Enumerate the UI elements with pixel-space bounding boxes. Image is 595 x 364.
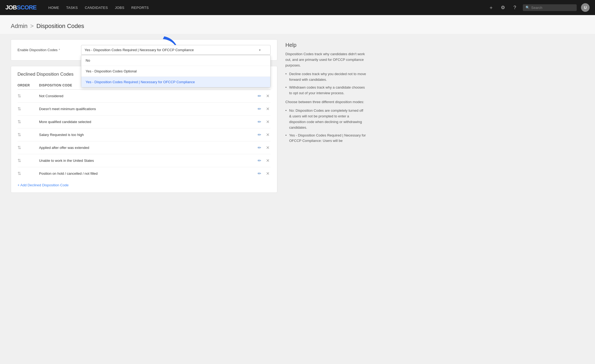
edit-button-3[interactable]: ✏ [257,132,262,138]
delete-button-6[interactable]: ✕ [265,170,271,177]
breadcrumb-admin[interactable]: Admin [11,23,27,30]
settings-icon[interactable]: ⚙ [499,4,507,11]
breadcrumb-section: Admin > Disposition Codes [0,15,595,34]
table-body: ⇅ Not Considered ✏ ✕ ⇅ Doesn't meet mini… [18,90,271,180]
help-panel: Help Disposition Codes track why candida… [285,39,366,193]
select-display[interactable]: Yes - Disposition Codes Required | Neces… [81,45,271,55]
disposition-code-0: Not Considered [39,94,249,98]
breadcrumb: Admin > Disposition Codes [11,23,584,30]
breadcrumb-current: Disposition Codes [36,23,84,30]
help-mode-item: Yes - Disposition Codes Required | Neces… [285,133,366,144]
nav-icons: ＋ ⚙ ? 🔍 U [487,3,590,12]
disposition-code-2: More qualified candidate selected [39,120,249,124]
help-icon[interactable]: ? [511,4,519,11]
delete-button-5[interactable]: ✕ [265,158,271,164]
table-row: ⇅ Position on hold / cancelled / not fil… [18,167,271,180]
nav-links: HOME TASKS CANDIDATES JOBS REPORTS [46,4,152,11]
help-bullets: Decline codes track why you decided not … [285,71,366,96]
disposition-code-5: Unable to work in the United States [39,159,249,163]
row-actions-2: ✏ ✕ [249,119,271,125]
sort-icon-0[interactable]: ⇅ [18,93,39,99]
nav-jobs[interactable]: JOBS [112,4,127,11]
sort-icon-6[interactable]: ⇅ [18,171,39,176]
help-title: Help [285,42,366,48]
nav-tasks[interactable]: TASKS [64,4,80,11]
help-bullet-item: Withdrawn codes track why a candidate ch… [285,85,366,96]
dropdown-option-optional[interactable]: Yes - Disposition Codes Optional [81,66,270,77]
main-content: Enable Disposition Codes* Yes - Disposit… [0,34,377,198]
help-modes: No: Disposition Codes are completely tur… [285,108,366,144]
sort-icon-2[interactable]: ⇅ [18,119,39,124]
nav-home[interactable]: HOME [46,4,62,11]
help-modes-intro: Choose between three different dispositi… [285,99,366,105]
search-icon: 🔍 [526,6,530,9]
select-wrapper[interactable]: Yes - Disposition Codes Required | Neces… [81,45,271,55]
logo-score: SCORE [17,4,36,11]
add-declined-code-link[interactable]: + Add Declined Disposition Code [18,183,69,187]
search-bar[interactable]: 🔍 [523,4,577,11]
edit-button-1[interactable]: ✏ [257,106,262,112]
form-label: Enable Disposition Codes* [18,48,77,52]
row-actions-5: ✏ ✕ [249,158,271,164]
nav-candidates[interactable]: CANDIDATES [82,4,111,11]
form-row: Enable Disposition Codes* Yes - Disposit… [18,45,271,55]
navbar: JOBSCORE HOME TASKS CANDIDATES JOBS REPO… [0,0,595,15]
search-input[interactable] [531,6,574,10]
form-section: Enable Disposition Codes* Yes - Disposit… [11,39,277,61]
left-panel: Enable Disposition Codes* Yes - Disposit… [11,39,277,193]
delete-button-4[interactable]: ✕ [265,145,271,151]
delete-button-0[interactable]: ✕ [265,93,271,99]
edit-button-2[interactable]: ✏ [257,119,262,125]
row-actions-6: ✏ ✕ [249,170,271,177]
sort-icon-3[interactable]: ⇅ [18,132,39,137]
row-actions-0: ✏ ✕ [249,93,271,99]
sort-icon-5[interactable]: ⇅ [18,158,39,163]
help-mode-item: No: Disposition Codes are completely tur… [285,108,366,130]
edit-button-6[interactable]: ✏ [257,170,262,177]
table-row: ⇅ Applied after offer was extended ✏ ✕ [18,141,271,154]
chevron-down-icon: ▾ [259,48,261,52]
table-row: ⇅ Unable to work in the United States ✏ … [18,154,271,167]
add-button[interactable]: ＋ [487,4,495,11]
table-row: ⇅ Doesn't meet minimum qualifications ✏ … [18,103,271,116]
disposition-code-3: Salary Requested is too high [39,133,249,137]
disposition-code-4: Applied after offer was extended [39,146,249,150]
edit-button-4[interactable]: ✏ [257,145,262,151]
sort-icon-1[interactable]: ⇅ [18,106,39,111]
nav-reports[interactable]: REPORTS [129,4,152,11]
header-order: Order [18,83,39,87]
row-actions-1: ✏ ✕ [249,106,271,112]
table-row: ⇅ More qualified candidate selected ✏ ✕ [18,116,271,128]
disposition-code-1: Doesn't meet minimum qualifications [39,107,249,111]
help-bullet-item: Decline codes track why you decided not … [285,71,366,83]
logo-job: JOB [5,4,17,11]
delete-button-3[interactable]: ✕ [265,132,271,138]
edit-button-5[interactable]: ✏ [257,158,262,164]
row-actions-3: ✏ ✕ [249,132,271,138]
dropdown-option-no[interactable]: No [81,55,270,66]
delete-button-1[interactable]: ✕ [265,106,271,112]
edit-button-0[interactable]: ✏ [257,93,262,99]
dropdown-menu: No Yes - Disposition Codes Optional Yes … [81,55,271,88]
table-row: ⇅ Salary Requested is too high ✏ ✕ [18,128,271,141]
dropdown-option-required[interactable]: Yes - Disposition Codes Required | Neces… [81,77,270,87]
delete-button-2[interactable]: ✕ [265,119,271,125]
help-intro: Disposition Codes track why candidates d… [285,51,366,68]
logo[interactable]: JOBSCORE [5,4,37,11]
table-row: ⇅ Not Considered ✏ ✕ [18,90,271,103]
breadcrumb-separator: > [30,23,34,30]
disposition-code-6: Position on hold / cancelled / not fille… [39,172,249,176]
avatar[interactable]: U [581,3,590,12]
selected-option-text: Yes - Disposition Codes Required | Neces… [85,48,194,52]
sort-icon-4[interactable]: ⇅ [18,145,39,150]
row-actions-4: ✏ ✕ [249,145,271,151]
